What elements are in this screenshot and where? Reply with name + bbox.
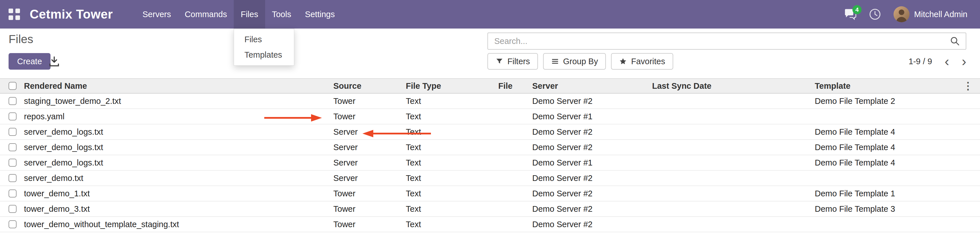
table-row[interactable]: server_demo_logs.txtServerTextDemo Serve… <box>0 155 980 170</box>
cell-file-type[interactable]: Text <box>405 201 497 217</box>
table-row[interactable]: server_demo.txtServerTextDemo Server #2 <box>0 170 980 186</box>
table-row[interactable]: tower_demo_1.txtTowerTextDemo Server #2D… <box>0 186 980 201</box>
apps-grid-icon[interactable] <box>9 9 20 20</box>
cell-file[interactable] <box>497 124 531 140</box>
column-header-server[interactable]: Server <box>531 78 651 93</box>
cell-file-type[interactable]: Text <box>405 170 497 186</box>
cell-file[interactable] <box>497 217 531 232</box>
user-menu[interactable]: Mitchell Admin <box>894 6 967 22</box>
favorites-button[interactable]: Favorites <box>611 53 673 70</box>
cell-rendered-name[interactable]: server_demo_logs.txt <box>23 140 332 155</box>
pager-next-button[interactable]: › <box>962 54 966 68</box>
cell-file[interactable] <box>497 201 531 217</box>
cell-rendered-name[interactable]: tower_demo_3.txt <box>23 201 332 217</box>
app-brand[interactable]: Cetmix Tower <box>30 7 113 21</box>
cell-server[interactable]: Demo Server #1 <box>531 109 651 124</box>
column-header-file-type[interactable]: File Type <box>405 78 497 93</box>
cell-rendered-name[interactable]: server_demo_logs.txt <box>23 155 332 170</box>
pager-previous-button[interactable]: ‹ <box>945 54 949 68</box>
filters-button[interactable]: Filters <box>487 53 538 70</box>
cell-server[interactable]: Demo Server #2 <box>531 140 651 155</box>
cell-server[interactable]: Demo Server #2 <box>531 124 651 140</box>
cell-file[interactable] <box>497 109 531 124</box>
cell-file-type[interactable]: Text <box>405 140 497 155</box>
row-checkbox[interactable] <box>9 159 17 167</box>
cell-server[interactable]: Demo Server #2 <box>531 93 651 109</box>
cell-last-sync-date[interactable] <box>651 217 814 232</box>
cell-rendered-name[interactable]: staging_tower_demo_2.txt <box>23 93 332 109</box>
cell-rendered-name[interactable]: tower_demo_1.txt <box>23 186 332 201</box>
cell-source[interactable]: Server <box>332 155 405 170</box>
cell-rendered-name[interactable]: repos.yaml <box>23 109 332 124</box>
row-checkbox[interactable] <box>9 220 17 228</box>
table-row[interactable]: repos.yamlTowerTextDemo Server #1 <box>0 109 980 124</box>
cell-last-sync-date[interactable] <box>651 186 814 201</box>
messages-icon[interactable]: 4 <box>844 9 856 20</box>
cell-server[interactable]: Demo Server #2 <box>531 217 651 232</box>
cell-source[interactable]: Server <box>332 124 405 140</box>
cell-source[interactable]: Tower <box>332 93 405 109</box>
cell-source[interactable]: Tower <box>332 217 405 232</box>
optional-columns-icon[interactable]: ⋮ <box>963 81 973 91</box>
cell-template[interactable]: Demo File Template 2 <box>814 93 980 109</box>
column-header-source[interactable]: Source <box>332 78 405 93</box>
cell-source[interactable]: Server <box>332 170 405 186</box>
cell-file[interactable] <box>497 170 531 186</box>
column-header-file[interactable]: File <box>497 78 531 93</box>
row-checkbox[interactable] <box>9 174 17 182</box>
cell-server[interactable]: Demo Server #2 <box>531 201 651 217</box>
dropdown-item-files[interactable]: Files <box>234 32 294 47</box>
row-checkbox[interactable] <box>9 97 17 105</box>
cell-last-sync-date[interactable] <box>651 124 814 140</box>
row-checkbox[interactable] <box>9 128 17 136</box>
group-by-button[interactable]: Group By <box>543 53 606 70</box>
search-input[interactable] <box>488 33 944 49</box>
cell-template[interactable]: Demo File Template 4 <box>814 155 980 170</box>
cell-file[interactable] <box>497 93 531 109</box>
export-button[interactable] <box>48 55 63 68</box>
cell-file[interactable] <box>497 186 531 201</box>
cell-last-sync-date[interactable] <box>651 140 814 155</box>
menu-item-servers[interactable]: Servers <box>135 0 178 29</box>
cell-source[interactable]: Tower <box>332 201 405 217</box>
cell-file-type[interactable]: Text <box>405 93 497 109</box>
cell-rendered-name[interactable]: server_demo.txt <box>23 170 332 186</box>
cell-template[interactable]: Demo File Template 1 <box>814 186 980 201</box>
menu-item-tools[interactable]: Tools <box>265 0 298 29</box>
cell-file-type[interactable]: Text <box>405 155 497 170</box>
column-header-last-sync-date[interactable]: Last Sync Date <box>651 78 814 93</box>
cell-source[interactable]: Tower <box>332 109 405 124</box>
cell-rendered-name[interactable]: tower_demo_without_template_staging.txt <box>23 217 332 232</box>
cell-template[interactable] <box>814 217 980 232</box>
row-checkbox[interactable] <box>9 189 17 197</box>
cell-template[interactable]: Demo File Template 4 <box>814 140 980 155</box>
cell-template[interactable] <box>814 170 980 186</box>
cell-file-type[interactable]: Text <box>405 124 497 140</box>
cell-template[interactable]: Demo File Template 3 <box>814 201 980 217</box>
activities-clock-icon[interactable] <box>869 8 881 20</box>
cell-file-type[interactable]: Text <box>405 217 497 232</box>
cell-server[interactable]: Demo Server #2 <box>531 186 651 201</box>
create-button[interactable]: Create <box>9 53 51 70</box>
cell-template[interactable] <box>814 109 980 124</box>
search-submit-button[interactable] <box>944 36 966 46</box>
table-row[interactable]: tower_demo_without_template_staging.txtT… <box>0 217 980 232</box>
select-all-checkbox[interactable] <box>9 82 17 90</box>
cell-last-sync-date[interactable] <box>651 155 814 170</box>
table-row[interactable]: server_demo_logs.txtServerTextDemo Serve… <box>0 140 980 155</box>
cell-last-sync-date[interactable] <box>651 93 814 109</box>
cell-source[interactable]: Tower <box>332 186 405 201</box>
cell-rendered-name[interactable]: server_demo_logs.txt <box>23 124 332 140</box>
menu-item-commands[interactable]: Commands <box>178 0 234 29</box>
cell-file[interactable] <box>497 140 531 155</box>
cell-source[interactable]: Server <box>332 140 405 155</box>
table-row[interactable]: tower_demo_3.txtTowerTextDemo Server #2D… <box>0 201 980 217</box>
dropdown-item-templates[interactable]: Templates <box>234 47 294 62</box>
table-row[interactable]: staging_tower_demo_2.txtTowerTextDemo Se… <box>0 93 980 109</box>
cell-file-type[interactable]: Text <box>405 109 497 124</box>
row-checkbox[interactable] <box>9 143 17 151</box>
cell-last-sync-date[interactable] <box>651 201 814 217</box>
table-row[interactable]: server_demo_logs.txtServerTextDemo Serve… <box>0 124 980 140</box>
menu-item-files[interactable]: FilesFilesTemplates <box>234 0 265 29</box>
cell-last-sync-date[interactable] <box>651 170 814 186</box>
